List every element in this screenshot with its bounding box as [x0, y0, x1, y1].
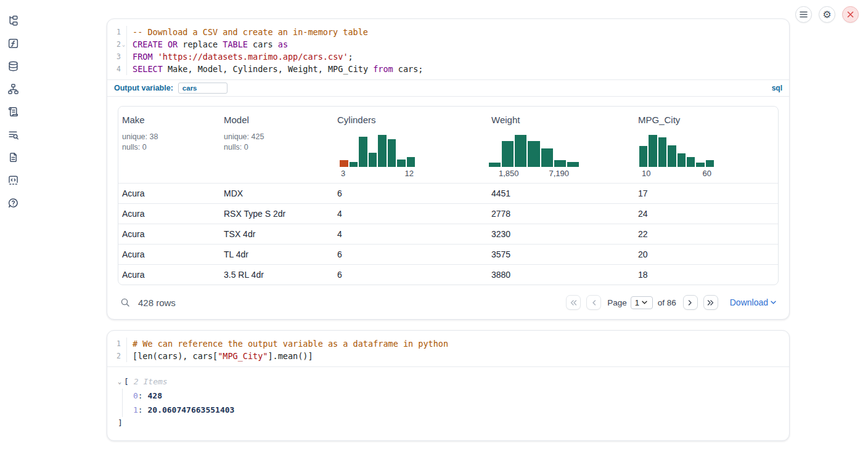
code-line: 4SELECT Make, Model, Cylinders, Weight, … [107, 63, 789, 75]
python-code-editor[interactable]: 1# We can reference the output variable … [107, 331, 789, 366]
close-button[interactable] [842, 6, 859, 23]
histogram-bar [639, 146, 647, 167]
column-name: MPG_City [638, 115, 774, 125]
help-chat-icon [7, 197, 19, 209]
chevron-right-icon [688, 300, 692, 305]
table-row[interactable]: AcuraTSX 4dr4323022 [118, 224, 778, 244]
code-line: 3FROM 'https://datasets.marimo.app/cars.… [107, 51, 789, 63]
chevron-down-icon [642, 301, 647, 304]
sidebar-tracebacks-button[interactable] [7, 128, 19, 140]
row-count: 428 rows [138, 297, 176, 308]
left-sidebar [0, 0, 26, 449]
menu-icon [800, 11, 808, 18]
page-select[interactable]: 1 [631, 296, 653, 309]
code-line: 1# We can reference the output variable … [107, 338, 789, 350]
histogram-bar [554, 160, 566, 167]
column-header-model[interactable]: Model unique: 425 nulls: 0 [220, 107, 334, 183]
histogram-bar [567, 162, 579, 167]
chevron-down-icon [771, 301, 776, 304]
hist-min-label: 3 [341, 169, 345, 178]
output-variable-input[interactable] [178, 83, 227, 94]
hist-min-label: 1,850 [499, 169, 519, 178]
close-icon [847, 11, 854, 18]
histogram-bar [649, 135, 657, 167]
file-tree-icon [7, 15, 19, 26]
menu-button[interactable] [795, 6, 812, 23]
table-footer: 428 rows Page 1 [118, 290, 779, 315]
search-icon[interactable] [120, 297, 131, 308]
cylinders-histogram: 3 12 [340, 135, 415, 178]
code-line: 2⌄CREATE OR replace TABLE cars as [107, 38, 789, 51]
histogram-bar [668, 145, 676, 167]
column-stats: unique: 38 nulls: 0 [122, 132, 216, 153]
next-page-button[interactable] [683, 295, 698, 310]
last-page-button[interactable] [703, 295, 718, 310]
output-variable-label: Output variable: [114, 84, 173, 92]
column-header-make[interactable]: Make unique: 38 nulls: 0 [118, 107, 220, 183]
sql-cell: 1-- Download a CSV and create an in-memo… [107, 18, 790, 320]
mpg-city-histogram: 10 60 [639, 135, 714, 178]
page-label: Page [607, 298, 627, 307]
database-icon [7, 60, 19, 72]
weight-histogram: 1,850 7,190 [489, 135, 579, 178]
top-right-controls: ⚙ [795, 6, 859, 23]
sidebar-documentation-button[interactable] [7, 151, 19, 163]
histogram-bar [489, 163, 501, 167]
sidebar-datasources-button[interactable] [7, 60, 19, 72]
table-header: Make unique: 38 nulls: 0 Model unique: 4… [118, 107, 778, 183]
tree-entries: 0: 428 1: 20.060747663551403 [122, 389, 779, 417]
sql-code-editor[interactable]: 1-- Download a CSV and create an in-memo… [107, 19, 789, 79]
output-variable-row: Output variable: sql [107, 79, 789, 96]
histogram-bar [350, 162, 358, 167]
sidebar-functions-button[interactable] [7, 37, 19, 49]
tree-root-row[interactable]: ⌄ [ 2 Items [118, 377, 779, 386]
chevron-down-icon: ⌄ [118, 378, 124, 385]
page-count-label: of 86 [658, 298, 676, 307]
language-badge: sql [772, 84, 782, 92]
previous-page-button[interactable] [586, 295, 601, 310]
histogram-bar [388, 139, 396, 167]
column-header-weight[interactable]: Weight 1,850 7,190 [488, 107, 634, 183]
hist-min-label: 10 [642, 169, 650, 178]
document-icon [7, 152, 19, 163]
histogram-bar [541, 148, 553, 167]
pagination: Page 1 of 86 [566, 295, 776, 310]
python-cell: 1# We can reference the output variable … [107, 330, 790, 441]
gear-icon: ⚙ [822, 10, 831, 20]
chevrons-left-icon [570, 300, 577, 305]
tree-entry: 1: 20.060747663551403 [133, 403, 779, 417]
download-button[interactable]: Download [730, 297, 776, 307]
histogram-bar [397, 160, 406, 167]
table-row[interactable]: AcuraTL 4dr6357520 [118, 244, 778, 264]
sidebar-logs-button[interactable] [7, 105, 19, 118]
histogram-bar [696, 163, 704, 167]
function-square-icon [7, 38, 19, 49]
histogram-bar [678, 153, 686, 167]
histogram-bar [369, 153, 377, 167]
first-page-button[interactable] [566, 295, 581, 310]
sidebar-dependencies-button[interactable] [7, 83, 19, 95]
histogram-bar [687, 157, 695, 167]
column-header-mpg-city[interactable]: MPG_City 10 60 [634, 107, 778, 183]
sidebar-snippets-button[interactable] [7, 174, 19, 186]
column-header-cylinders[interactable]: Cylinders 3 12 [334, 107, 488, 183]
sidebar-file-tree-button[interactable] [7, 14, 19, 26]
close-bracket: ] [118, 417, 779, 429]
table-row[interactable]: Acura3.5 RL 4dr6388018 [118, 264, 778, 285]
table-body: AcuraMDX6445117AcuraRSX Type S 2dr427782… [118, 183, 778, 285]
settings-button[interactable]: ⚙ [819, 6, 835, 23]
sidebar-help-button[interactable] [7, 196, 19, 209]
histogram-bar [359, 137, 367, 167]
column-name: Cylinders [337, 115, 484, 125]
histogram-bar [706, 160, 714, 167]
sql-output-area: Make unique: 38 nulls: 0 Model unique: 4… [107, 96, 789, 319]
histogram-bar [515, 135, 526, 167]
chevron-left-icon [592, 300, 596, 305]
column-stats: unique: 425 nulls: 0 [224, 132, 330, 153]
table-row[interactable]: AcuraRSX Type S 2dr4277824 [118, 203, 778, 224]
column-name: Model [224, 115, 330, 125]
list-search-icon [7, 129, 19, 140]
fold-chevron-icon[interactable]: ⌄ [121, 38, 126, 51]
histogram-bar [502, 141, 514, 167]
table-row[interactable]: AcuraMDX6445117 [118, 183, 778, 203]
